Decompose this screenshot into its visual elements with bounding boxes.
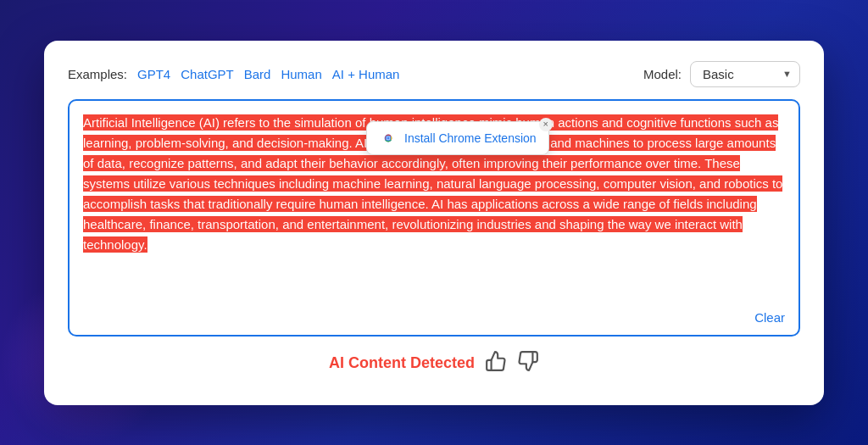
model-label: Model:: [643, 67, 682, 81]
svg-point-4: [387, 136, 390, 140]
clear-button[interactable]: Clear: [754, 310, 785, 325]
example-ai-human[interactable]: AI + Human: [332, 67, 400, 81]
ai-detected-label: AI Content Detected: [329, 354, 475, 372]
chrome-extension-popup[interactable]: Install Chrome Extension ×: [366, 121, 549, 155]
example-gpt4[interactable]: GPT4: [137, 67, 170, 81]
chrome-logo-icon: [379, 129, 398, 147]
example-human[interactable]: Human: [281, 67, 321, 81]
examples-label: Examples:: [68, 67, 127, 81]
text-content: Artificial Intelligence (AI) refers to t…: [83, 113, 785, 255]
thumbup-button[interactable]: [485, 350, 507, 377]
chrome-popup-text: Install Chrome Extension: [404, 129, 537, 147]
header-right: Model: Basic Advanced Custom: [643, 61, 800, 87]
textarea-container[interactable]: Artificial Intelligence (AI) refers to t…: [68, 99, 800, 337]
footer: AI Content Detected: [68, 350, 800, 377]
example-chatgpt[interactable]: ChatGPT: [181, 67, 234, 81]
example-bard[interactable]: Bard: [244, 67, 271, 81]
header: Examples: GPT4 ChatGPT Bard Human AI + H…: [68, 61, 800, 87]
header-left: Examples: GPT4 ChatGPT Bard Human AI + H…: [68, 67, 399, 81]
model-select[interactable]: Basic Advanced Custom: [690, 61, 800, 87]
chrome-close-button[interactable]: ×: [539, 118, 553, 131]
thumbdown-button[interactable]: [517, 350, 539, 377]
main-card: Examples: GPT4 ChatGPT Bard Human AI + H…: [44, 41, 824, 405]
model-select-wrapper[interactable]: Basic Advanced Custom: [690, 61, 800, 87]
